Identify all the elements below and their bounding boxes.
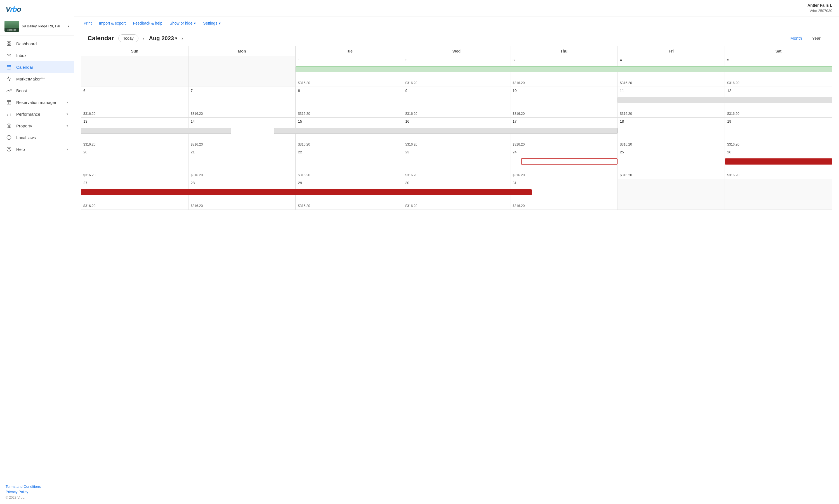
sidebar-item-property[interactable]: Property ▾	[0, 120, 74, 131]
day-price-25: $316.20	[620, 173, 632, 177]
sidebar-item-label-property: Property	[16, 124, 67, 128]
terms-link[interactable]: Terms and Conditions	[5, 484, 68, 489]
day-cell-5[interactable]: 5$316.20	[725, 56, 832, 87]
day-cell-2[interactable]: 2$316.20	[403, 56, 510, 87]
copyright-text: © 2023 Vrbo,	[5, 496, 68, 500]
day-cell-12[interactable]: 12$316.20	[725, 87, 832, 118]
show-or-hide-chevron-icon: ▾	[194, 21, 196, 25]
day-cell-21[interactable]: 21$316.20	[188, 148, 296, 179]
day-cell-30[interactable]: 30$316.20	[403, 179, 510, 210]
svg-rect-1	[10, 42, 11, 43]
next-month-button[interactable]: ›	[179, 34, 185, 42]
privacy-link[interactable]: Privacy Policy	[5, 490, 68, 494]
day-cell-20[interactable]: 20$316.20	[81, 148, 188, 179]
year-selector[interactable]: 2023 ▾	[161, 35, 177, 42]
day-cell-8[interactable]: 8$316.20	[296, 87, 403, 118]
property-name: 69 Bailey Ridge Rd, Fai	[22, 24, 67, 29]
sidebar-item-locallaws[interactable]: Local laws	[0, 131, 74, 143]
week-row-3: 20$316.2021$316.2022$316.2023$316.2024$3…	[81, 148, 832, 179]
day-number-12: 12	[727, 89, 830, 93]
day-cell-18[interactable]: 18$316.20	[618, 118, 725, 148]
day-cell-11[interactable]: 11$316.20	[618, 87, 725, 118]
sidebar-item-performance[interactable]: Performance ▾	[0, 108, 74, 120]
day-price-4: $316.20	[620, 81, 632, 85]
tab-year[interactable]: Year	[807, 34, 826, 43]
sidebar: Vrbo 2507030 69 Bailey Ridge Rd, Fai ▾ D…	[0, 0, 74, 504]
day-cell-29[interactable]: 29$316.20	[296, 179, 403, 210]
day-cell-19[interactable]: 19$316.20	[725, 118, 832, 148]
calendar-weeks: 1$316.202$316.203$316.204$316.205$316.20…	[81, 56, 832, 210]
property-chevron-icon: ▾	[67, 124, 68, 128]
import-export-button[interactable]: Import & export	[96, 19, 129, 27]
week-row-1: 6$316.207$316.208$316.209$316.2010$316.2…	[81, 87, 832, 118]
sidebar-item-help[interactable]: Help ▾	[0, 143, 74, 155]
sidebar-item-marketmaker[interactable]: MarketMaker™	[0, 73, 74, 85]
day-number-15: 15	[298, 119, 400, 124]
sidebar-item-label-dashboard: Dashboard	[16, 41, 68, 46]
settings-button[interactable]: Settings ▾	[200, 19, 223, 27]
tab-month[interactable]: Month	[785, 34, 807, 43]
reservation-icon	[5, 100, 12, 105]
day-price-30: $316.20	[405, 204, 417, 208]
prev-month-button[interactable]: ‹	[141, 34, 147, 42]
day-price-9: $316.20	[405, 112, 417, 116]
day-cell-26[interactable]: 26$316.20	[725, 148, 832, 179]
day-number-19: 19	[727, 119, 830, 124]
property-display-name: Antler Falls L	[807, 3, 832, 8]
sidebar-item-boost[interactable]: Boost	[0, 85, 74, 96]
day-cell-14[interactable]: 14$316.20	[188, 118, 296, 148]
sidebar-item-reservation[interactable]: Reservation manager ▾	[0, 96, 74, 108]
boost-icon	[5, 88, 12, 93]
performance-chevron-icon: ▾	[67, 112, 68, 116]
locallaws-icon	[5, 135, 12, 140]
sidebar-item-inbox[interactable]: Inbox	[0, 50, 74, 61]
day-cell-16[interactable]: 16$316.20	[403, 118, 510, 148]
day-number-3: 3	[513, 58, 615, 62]
day-cell-15[interactable]: 15$316.20	[296, 118, 403, 148]
day-cell-27[interactable]: 27$316.20	[81, 179, 188, 210]
svg-rect-0	[7, 42, 8, 43]
sidebar-item-label-inbox: Inbox	[16, 53, 68, 58]
property-selector[interactable]: 2507030 69 Bailey Ridge Rd, Fai ▾	[0, 17, 74, 35]
day-cell-25[interactable]: 25$316.20	[618, 148, 725, 179]
empty-cell	[188, 56, 296, 87]
sidebar-item-dashboard[interactable]: Dashboard	[0, 38, 74, 50]
print-button[interactable]: Print	[81, 19, 95, 27]
day-cell-31[interactable]: 31$316.20	[510, 179, 618, 210]
day-price-3: $316.20	[513, 81, 525, 85]
day-price-1: $316.20	[298, 81, 310, 85]
day-price-6: $316.20	[83, 112, 96, 116]
settings-label: Settings	[203, 21, 217, 25]
sidebar-item-label-marketmaker: MarketMaker™	[16, 76, 68, 81]
day-cell-9[interactable]: 9$316.20	[403, 87, 510, 118]
day-cell-23[interactable]: 23$316.20	[403, 148, 510, 179]
svg-rect-4	[7, 65, 11, 69]
main-content: Antler Falls L Vrbo 2507030 Print Import…	[74, 0, 839, 504]
day-cell-7[interactable]: 7$316.20	[188, 87, 296, 118]
help-chevron-icon: ▾	[67, 147, 68, 151]
month-label: Aug	[149, 35, 160, 42]
logo-area: Vrbo	[0, 0, 74, 17]
today-circle: 23	[405, 150, 409, 154]
day-cell-10[interactable]: 10$316.20	[510, 87, 618, 118]
today-button[interactable]: Today	[118, 34, 138, 42]
day-price-10: $316.20	[513, 112, 525, 116]
empty-cell	[725, 179, 832, 210]
day-number-18: 18	[620, 119, 723, 124]
toolbar: Print Import & export Feedback & help Sh…	[74, 17, 839, 30]
feedback-button[interactable]: Feedback & help	[130, 19, 165, 27]
day-cell-1[interactable]: 1$316.20	[296, 56, 403, 87]
show-or-hide-button[interactable]: Show or hide ▾	[167, 19, 199, 27]
day-number-11: 11	[620, 89, 723, 93]
day-cell-13[interactable]: 13$316.20	[81, 118, 188, 148]
day-cell-28[interactable]: 28$316.20	[188, 179, 296, 210]
day-cell-4[interactable]: 4$316.20	[618, 56, 725, 87]
sidebar-item-calendar[interactable]: Calendar	[0, 61, 74, 73]
day-cell-3[interactable]: 3$316.20	[510, 56, 618, 87]
day-cell-22[interactable]: 22$316.20	[296, 148, 403, 179]
year-label: 2023	[161, 35, 174, 42]
day-cell-6[interactable]: 6$316.20	[81, 87, 188, 118]
day-cell-24[interactable]: 24$316.20	[510, 148, 618, 179]
property-display-id: Vrbo 2507030	[807, 8, 832, 13]
day-cell-17[interactable]: 17$316.20	[510, 118, 618, 148]
